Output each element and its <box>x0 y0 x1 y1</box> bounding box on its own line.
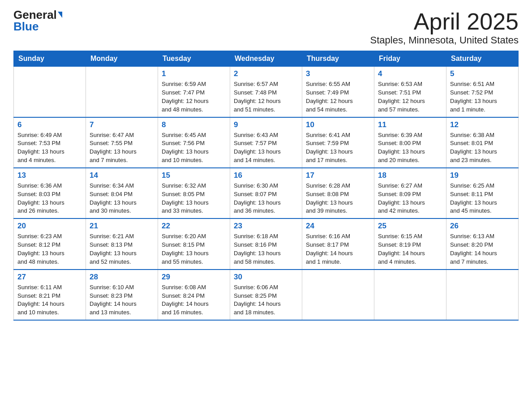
day-number: 11 <box>378 120 442 129</box>
day-cell: 1Sunrise: 6:59 AM Sunset: 7:47 PM Daylig… <box>158 67 230 117</box>
day-cell: 28Sunrise: 6:10 AM Sunset: 8:23 PM Dayli… <box>86 270 158 320</box>
day-info: Sunrise: 6:39 AM Sunset: 8:00 PM Dayligh… <box>378 131 442 165</box>
day-number: 3 <box>306 69 370 78</box>
day-number: 15 <box>162 171 226 180</box>
day-cell: 14Sunrise: 6:34 AM Sunset: 8:04 PM Dayli… <box>86 168 158 218</box>
calendar-title: April 2025 <box>370 9 519 34</box>
calendar-subtitle: Staples, Minnesota, United States <box>370 34 519 46</box>
day-cell: 3Sunrise: 6:55 AM Sunset: 7:49 PM Daylig… <box>302 67 374 117</box>
day-number: 24 <box>306 222 370 231</box>
day-cell: 13Sunrise: 6:36 AM Sunset: 8:03 PM Dayli… <box>14 168 86 218</box>
day-info: Sunrise: 6:32 AM Sunset: 8:05 PM Dayligh… <box>162 182 226 215</box>
day-cell: 18Sunrise: 6:27 AM Sunset: 8:09 PM Dayli… <box>374 168 446 218</box>
day-cell: 16Sunrise: 6:30 AM Sunset: 8:07 PM Dayli… <box>230 168 302 218</box>
title-block: April 2025 Staples, Minnesota, United St… <box>370 9 519 46</box>
calendar-header: SundayMondayTuesdayWednesdayThursdayFrid… <box>14 51 519 67</box>
day-info: Sunrise: 6:21 AM Sunset: 8:13 PM Dayligh… <box>90 232 154 266</box>
day-info: Sunrise: 6:28 AM Sunset: 8:08 PM Dayligh… <box>306 182 370 215</box>
day-cell: 21Sunrise: 6:21 AM Sunset: 8:13 PM Dayli… <box>86 218 158 269</box>
day-cell: 6Sunrise: 6:49 AM Sunset: 7:53 PM Daylig… <box>14 117 86 168</box>
day-info: Sunrise: 6:55 AM Sunset: 7:49 PM Dayligh… <box>306 80 370 114</box>
day-cell: 20Sunrise: 6:23 AM Sunset: 8:12 PM Dayli… <box>14 218 86 269</box>
header-cell-sunday: Sunday <box>14 51 86 67</box>
day-cell <box>374 270 446 320</box>
page-header: General Blue April 2025 Staples, Minneso… <box>13 9 519 46</box>
day-number: 25 <box>378 222 442 231</box>
day-cell: 25Sunrise: 6:15 AM Sunset: 8:19 PM Dayli… <box>374 218 446 269</box>
day-number: 18 <box>378 171 442 180</box>
day-info: Sunrise: 6:36 AM Sunset: 8:03 PM Dayligh… <box>17 182 82 215</box>
day-info: Sunrise: 6:49 AM Sunset: 7:53 PM Dayligh… <box>17 131 82 165</box>
day-cell: 27Sunrise: 6:11 AM Sunset: 8:21 PM Dayli… <box>14 270 86 320</box>
week-row-4: 27Sunrise: 6:11 AM Sunset: 8:21 PM Dayli… <box>14 270 519 320</box>
day-cell <box>86 67 158 117</box>
day-number: 4 <box>378 69 442 78</box>
week-row-2: 13Sunrise: 6:36 AM Sunset: 8:03 PM Dayli… <box>14 168 519 218</box>
day-number: 9 <box>234 120 298 129</box>
header-cell-monday: Monday <box>86 51 158 67</box>
day-number: 26 <box>450 222 515 231</box>
logo-general-text: General <box>13 9 57 21</box>
day-cell: 12Sunrise: 6:38 AM Sunset: 8:01 PM Dayli… <box>446 117 519 168</box>
day-cell: 9Sunrise: 6:43 AM Sunset: 7:57 PM Daylig… <box>230 117 302 168</box>
day-cell <box>302 270 374 320</box>
day-info: Sunrise: 6:57 AM Sunset: 7:48 PM Dayligh… <box>234 80 298 114</box>
header-row: SundayMondayTuesdayWednesdayThursdayFrid… <box>14 51 519 67</box>
day-number: 10 <box>306 120 370 129</box>
logo-blue-text: Blue <box>13 20 39 33</box>
calendar-body: 1Sunrise: 6:59 AM Sunset: 7:47 PM Daylig… <box>14 67 519 320</box>
day-number: 8 <box>162 120 226 129</box>
day-info: Sunrise: 6:47 AM Sunset: 7:55 PM Dayligh… <box>90 131 154 165</box>
day-cell: 7Sunrise: 6:47 AM Sunset: 7:55 PM Daylig… <box>86 117 158 168</box>
header-cell-friday: Friday <box>374 51 446 67</box>
day-cell: 10Sunrise: 6:41 AM Sunset: 7:59 PM Dayli… <box>302 117 374 168</box>
day-number: 16 <box>234 171 298 180</box>
day-number: 30 <box>234 273 298 282</box>
day-info: Sunrise: 6:27 AM Sunset: 8:09 PM Dayligh… <box>378 182 442 215</box>
day-cell: 29Sunrise: 6:08 AM Sunset: 8:24 PM Dayli… <box>158 270 230 320</box>
day-cell: 30Sunrise: 6:06 AM Sunset: 8:25 PM Dayli… <box>230 270 302 320</box>
day-info: Sunrise: 6:10 AM Sunset: 8:23 PM Dayligh… <box>90 283 154 317</box>
day-number: 29 <box>162 273 226 282</box>
header-cell-tuesday: Tuesday <box>158 51 230 67</box>
week-row-1: 6Sunrise: 6:49 AM Sunset: 7:53 PM Daylig… <box>14 117 519 168</box>
day-number: 1 <box>162 69 226 78</box>
day-number: 20 <box>17 222 82 231</box>
day-number: 22 <box>162 222 226 231</box>
day-info: Sunrise: 6:06 AM Sunset: 8:25 PM Dayligh… <box>234 283 298 317</box>
day-cell: 8Sunrise: 6:45 AM Sunset: 7:56 PM Daylig… <box>158 117 230 168</box>
day-info: Sunrise: 6:45 AM Sunset: 7:56 PM Dayligh… <box>162 131 226 165</box>
day-cell: 11Sunrise: 6:39 AM Sunset: 8:00 PM Dayli… <box>374 117 446 168</box>
day-cell: 2Sunrise: 6:57 AM Sunset: 7:48 PM Daylig… <box>230 67 302 117</box>
day-info: Sunrise: 6:41 AM Sunset: 7:59 PM Dayligh… <box>306 131 370 165</box>
day-info: Sunrise: 6:15 AM Sunset: 8:19 PM Dayligh… <box>378 232 442 266</box>
day-number: 2 <box>234 69 298 78</box>
day-number: 12 <box>450 120 515 129</box>
day-cell: 15Sunrise: 6:32 AM Sunset: 8:05 PM Dayli… <box>158 168 230 218</box>
day-cell: 22Sunrise: 6:20 AM Sunset: 8:15 PM Dayli… <box>158 218 230 269</box>
day-number: 13 <box>17 171 82 180</box>
logo-triangle-icon <box>58 12 62 18</box>
header-cell-saturday: Saturday <box>446 51 519 67</box>
day-info: Sunrise: 6:23 AM Sunset: 8:12 PM Dayligh… <box>17 232 82 266</box>
header-cell-wednesday: Wednesday <box>230 51 302 67</box>
day-number: 21 <box>90 222 154 231</box>
day-info: Sunrise: 6:18 AM Sunset: 8:16 PM Dayligh… <box>234 232 298 266</box>
day-info: Sunrise: 6:20 AM Sunset: 8:15 PM Dayligh… <box>162 232 226 266</box>
day-info: Sunrise: 6:51 AM Sunset: 7:52 PM Dayligh… <box>450 80 515 114</box>
day-number: 5 <box>450 69 515 78</box>
day-number: 17 <box>306 171 370 180</box>
day-info: Sunrise: 6:13 AM Sunset: 8:20 PM Dayligh… <box>450 232 515 266</box>
day-cell: 4Sunrise: 6:53 AM Sunset: 7:51 PM Daylig… <box>374 67 446 117</box>
day-info: Sunrise: 6:11 AM Sunset: 8:21 PM Dayligh… <box>17 283 82 317</box>
day-number: 27 <box>17 273 82 282</box>
day-cell: 26Sunrise: 6:13 AM Sunset: 8:20 PM Dayli… <box>446 218 519 269</box>
day-cell: 24Sunrise: 6:16 AM Sunset: 8:17 PM Dayli… <box>302 218 374 269</box>
day-info: Sunrise: 6:53 AM Sunset: 7:51 PM Dayligh… <box>378 80 442 114</box>
header-cell-thursday: Thursday <box>302 51 374 67</box>
day-info: Sunrise: 6:59 AM Sunset: 7:47 PM Dayligh… <box>162 80 226 114</box>
day-number: 7 <box>90 120 154 129</box>
day-info: Sunrise: 6:38 AM Sunset: 8:01 PM Dayligh… <box>450 131 515 165</box>
day-info: Sunrise: 6:34 AM Sunset: 8:04 PM Dayligh… <box>90 182 154 215</box>
week-row-3: 20Sunrise: 6:23 AM Sunset: 8:12 PM Dayli… <box>14 218 519 269</box>
